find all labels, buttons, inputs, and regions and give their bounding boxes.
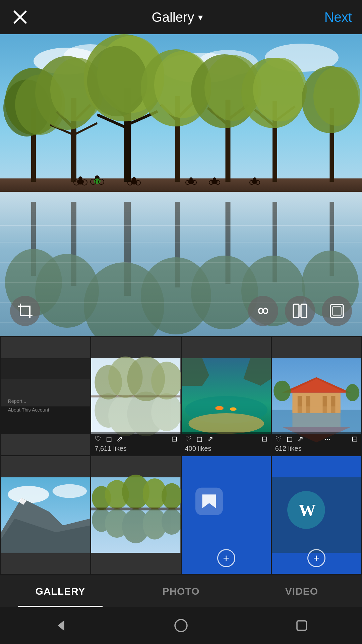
svg-rect-3 (0, 178, 362, 192)
svg-point-118 (188, 413, 264, 434)
top-bar: Gallery ▾ Next (0, 0, 362, 34)
thumbnail-1[interactable]: Report... About This Account (1, 337, 90, 455)
thumbnail-6[interactable] (91, 456, 180, 574)
tab-video-label: VIDEO (285, 586, 318, 597)
svg-point-134 (53, 484, 87, 498)
tab-photo[interactable]: PHOTO (121, 575, 241, 607)
preview-actions (0, 296, 362, 326)
svg-point-52 (94, 178, 101, 184)
thumb-4-likes: 612 likes (275, 445, 358, 452)
svg-point-117 (230, 408, 236, 411)
thumbnail-grid: Report... About This Account (0, 336, 362, 575)
svg-point-68 (252, 180, 257, 184)
thumb-3-likes: 400 likes (185, 445, 267, 452)
infinite-button[interactable] (248, 296, 278, 326)
svg-point-157 (175, 620, 187, 632)
recents-button[interactable] (290, 614, 313, 637)
svg-point-60 (188, 179, 194, 184)
action-buttons-right (248, 296, 352, 326)
svg-text:W: W (299, 500, 316, 519)
thumbnail-5[interactable] (1, 456, 90, 574)
layers-button[interactable] (322, 296, 352, 326)
thumbnail-7[interactable]: + (182, 456, 271, 574)
tab-photo-label: PHOTO (162, 586, 199, 597)
back-button[interactable] (49, 614, 72, 637)
next-button[interactable]: Next (324, 10, 352, 25)
svg-rect-158 (297, 621, 306, 630)
tab-video[interactable]: VIDEO (241, 575, 362, 607)
home-icon (174, 618, 188, 633)
svg-point-56 (131, 180, 137, 184)
bottom-tabs: GALLERY PHOTO VIDEO (0, 575, 362, 607)
close-icon (13, 10, 27, 24)
crop-button[interactable] (10, 296, 40, 326)
svg-rect-93 (301, 304, 307, 318)
svg-point-46 (313, 67, 360, 126)
svg-rect-101 (1, 417, 90, 434)
svg-text:About This Account: About This Account (8, 407, 49, 413)
thumbnail-2[interactable]: ♡ ◻ ⇗ ⊟ 7,611 likes (91, 337, 180, 455)
dropdown-arrow-icon: ▾ (198, 12, 203, 23)
thumbnail-3[interactable]: ♡ ◻ ⇗ ⊟ 400 likes (182, 337, 271, 455)
svg-point-28 (87, 46, 147, 116)
tab-gallery-label: GALLERY (35, 586, 85, 597)
gallery-title: Gallery (152, 10, 194, 25)
svg-rect-150 (182, 477, 271, 553)
svg-point-116 (215, 406, 224, 410)
svg-rect-130 (292, 406, 340, 427)
svg-rect-97 (1, 358, 90, 379)
preview-container (0, 34, 362, 336)
recents-icon (295, 619, 308, 632)
svg-point-129 (346, 384, 359, 401)
gallery-selector[interactable]: Gallery ▾ (152, 10, 203, 25)
back-icon (54, 619, 67, 632)
split-button[interactable] (285, 296, 315, 326)
thumbnail-4[interactable]: ♡ ◻ ⇗ ··· ⊟ 612 likes (272, 337, 361, 455)
svg-point-48 (77, 179, 84, 184)
svg-rect-92 (293, 304, 299, 318)
close-button[interactable] (10, 7, 30, 27)
preview-image (0, 34, 362, 336)
svg-text:Report...: Report... (8, 398, 26, 404)
infinite-icon (255, 306, 272, 316)
split-icon (292, 303, 308, 319)
svg-marker-156 (58, 620, 64, 631)
svg-rect-95 (333, 307, 341, 315)
thumb-2-likes: 7,611 likes (95, 445, 177, 452)
crop-icon (18, 304, 33, 318)
system-nav (0, 607, 362, 644)
tab-gallery[interactable]: GALLERY (0, 575, 121, 607)
thumbnail-8[interactable]: W + (272, 456, 361, 574)
tab-gallery-underline (18, 606, 103, 607)
svg-point-128 (274, 381, 291, 401)
home-button[interactable] (169, 614, 193, 637)
svg-point-43 (253, 58, 307, 121)
svg-point-64 (212, 179, 218, 184)
svg-point-133 (8, 486, 49, 503)
layers-icon (329, 303, 345, 319)
